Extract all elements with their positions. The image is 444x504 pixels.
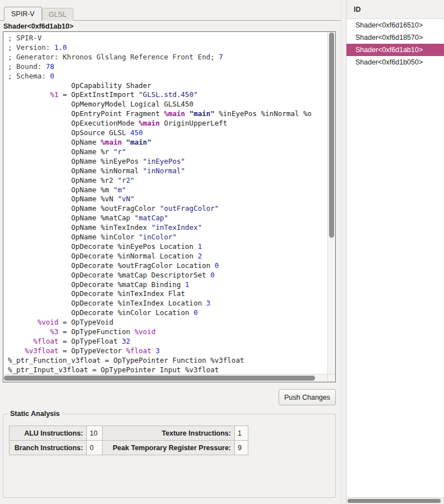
code-line: OpName %main "main": [8, 138, 327, 147]
shader-id-list: Shader<0xf6d16510>Shader<0xf6d18570>Shad…: [346, 19, 444, 68]
code-text[interactable]: ; SPIR-V; Version: 1.0; Generator: Khron…: [3, 32, 327, 374]
code-line: ; SPIR-V: [8, 34, 327, 43]
code-line: OpDecorate %inColor Location 0: [8, 308, 327, 318]
id-list-scrollbar-thumb[interactable]: [348, 499, 441, 503]
code-line: OpDecorate %outFragColor Location 0: [8, 261, 327, 271]
code-line: OpName %vN "vN": [8, 195, 327, 204]
code-line: %_ptr_Input_v3float = OpTypePointer Inpu…: [8, 366, 327, 374]
shader-list-panel: ID Shader<0xf6d16510>Shader<0xf6d18570>S…: [346, 0, 444, 504]
code-line: OpName %inTexIndex "inTexIndex": [8, 223, 327, 233]
code-line: OpDecorate %matCap Binding 1: [8, 280, 327, 290]
code-editor: ; SPIR-V; Version: 1.0; Generator: Khron…: [3, 31, 336, 382]
code-line: OpName %outFragColor "outFragColor": [8, 204, 327, 214]
code-line: %void = OpTypeVoid: [8, 318, 327, 327]
code-line: OpEntryPoint Fragment %main "main" %inEy…: [8, 109, 327, 119]
code-line: OpName %inColor "inColor": [8, 233, 327, 242]
vertical-scrollbar-thumb[interactable]: [329, 33, 334, 238]
code-line: ; Generator: Khronos Glslang Reference F…: [8, 53, 327, 62]
id-column-header[interactable]: ID: [346, 0, 444, 19]
code-line: OpMemoryModel Logical GLSL450: [8, 100, 327, 109]
analysis-value: 10: [87, 426, 103, 441]
analysis-label: ALU Instructions:: [10, 426, 87, 441]
shader-id-item[interactable]: Shader<0xf6d18570>: [346, 31, 444, 44]
horizontal-scrollbar-thumb[interactable]: [4, 376, 315, 381]
code-line: ; Version: 1.0: [8, 43, 327, 53]
code-line: OpSource GLSL 450: [8, 128, 327, 138]
analysis-value: 9: [235, 441, 248, 455]
panel-splitter[interactable]: [341, 0, 346, 504]
code-line: ; Bound: 78: [8, 62, 327, 72]
tab-bar: SPIR-V GLSL: [0, 5, 341, 21]
analysis-value: 1: [235, 426, 248, 441]
code-line: %v3float = OpTypeVector %float 3: [8, 346, 327, 356]
analysis-value: 0: [87, 441, 103, 455]
code-line: OpName %inEyePos "inEyePos": [8, 157, 327, 167]
static-analysis-title: Static Analysis: [8, 410, 62, 418]
code-line: ; Schema: 0: [8, 72, 327, 81]
id-list-horizontal-scrollbar[interactable]: [346, 497, 444, 504]
code-line: OpDecorate %inTexIndex Location 3: [8, 299, 327, 308]
tab-spirv[interactable]: SPIR-V: [4, 7, 42, 21]
push-changes-button[interactable]: Push Changes: [279, 389, 336, 405]
static-analysis-frame: Static Analysis ALU Instructions:10Textu…: [3, 410, 336, 498]
code-line: %1 = OpExtInstImport "GLSL.std.450": [8, 90, 327, 100]
shader-id-item[interactable]: Shader<0xf6d1ab10>: [346, 44, 444, 56]
analysis-label: Texture Instructions:: [103, 426, 235, 441]
code-line: OpName %inNormal "inNormal": [8, 167, 327, 176]
static-analysis-table: ALU Instructions:10Texture Instructions:…: [9, 426, 248, 455]
tab-glsl[interactable]: GLSL: [42, 8, 73, 21]
scrollbar-corner: [327, 374, 335, 382]
code-line: OpDecorate %matCap DescriptorSet 0: [8, 271, 327, 280]
code-line: OpDecorate %inEyePos Location 1: [8, 242, 327, 252]
code-line: OpName %matCap "matCap": [8, 214, 327, 223]
code-horizontal-scrollbar[interactable]: [3, 374, 327, 382]
code-line: OpName %r "r": [8, 147, 327, 157]
code-line: OpDecorate %inTexIndex Flat: [8, 289, 327, 299]
code-line: %_ptr_Function_v3float = OpTypePointer F…: [8, 356, 327, 366]
code-line: OpName %r2 "r2": [8, 176, 327, 186]
code-line: %3 = OpTypeFunction %void: [8, 327, 327, 337]
analysis-label: Branch Instructions:: [10, 441, 87, 455]
code-line: %float = OpTypeFloat 32: [8, 337, 327, 346]
shader-title: Shader<0xf6d1ab10>: [3, 22, 73, 30]
analysis-label: Peak Temporary Register Pressure:: [103, 441, 235, 455]
code-line: OpExecutionMode %main OriginUpperLeft: [8, 119, 327, 128]
code-line: OpCapability Shader: [8, 81, 327, 91]
shader-id-item[interactable]: Shader<0xf6d1b050>: [346, 56, 444, 68]
code-line: OpName %m "m": [8, 186, 327, 195]
code-vertical-scrollbar[interactable]: [327, 32, 335, 374]
shader-id-item[interactable]: Shader<0xf6d16510>: [346, 19, 444, 31]
code-line: OpDecorate %inNormal Location 2: [8, 252, 327, 261]
